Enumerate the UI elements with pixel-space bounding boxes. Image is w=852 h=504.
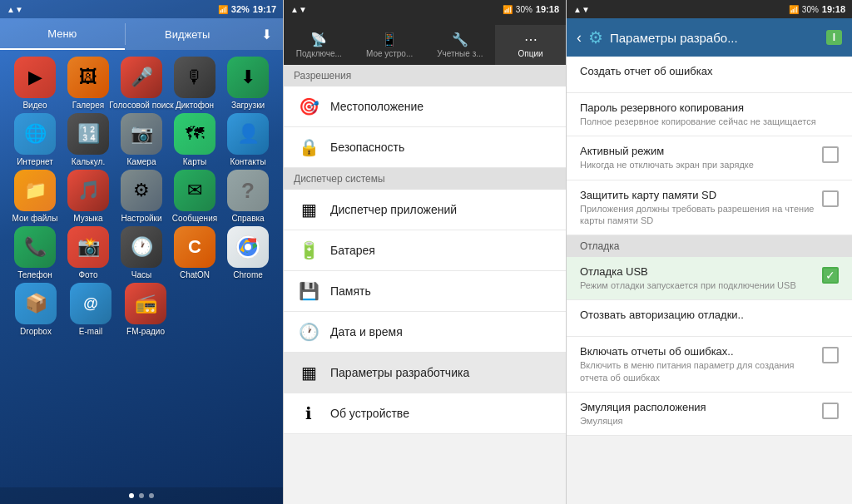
dev-items-list: Создать отчет об ошибках Пароль резервно… [567,57,852,504]
app-internet-icon: 🌐 [14,113,56,155]
mydevice-icon: 📱 [381,32,398,47]
settings-item-datetime[interactable]: 🕐 Дата и время [284,312,566,353]
settings-item-about[interactable]: ℹ Об устройстве [284,393,566,434]
app-fmradio-label: FM-радио [126,327,165,336]
dev-item-mockloc-checkbox[interactable] [822,403,839,419]
dev-item-sdprotect-title: Защитить карту памяти SD [580,189,815,201]
settings-panel: ▲▼ 📶 30% 19:18 📡 Подключе... 📱 Мое устро… [283,0,566,504]
settings-item-battery[interactable]: 🔋 Батарея [284,230,566,271]
wifi-icon: 📶 [218,5,228,14]
app-maps[interactable]: 🗺 Карты [171,113,219,166]
dev-item-activemode[interactable]: Активный режим Никогда не отключать экра… [567,136,852,180]
app-files-icon: 📁 [14,170,56,211]
app-phone[interactable]: 📞 Телефон [11,226,59,279]
app-music-icon: 🎵 [67,170,109,211]
tab-connections[interactable]: 📡 Подключе... [284,25,354,65]
app-camera[interactable]: 📷 Камера [117,113,166,166]
dev-item-sdprotect[interactable]: Защитить карту памяти SD Приложения долж… [567,180,852,236]
app-camera-label: Камера [127,157,156,166]
app-calc[interactable]: 🔢 Калькул. [64,113,112,166]
settings-item-appmanager[interactable]: ▦ Диспетчер приложений [284,190,566,230]
dev-toggle[interactable]: I [826,30,842,45]
app-internet[interactable]: 🌐 Интернет [11,113,59,166]
app-contacts[interactable]: 👤 Контакты [224,113,272,166]
app-calc-icon: 🔢 [67,113,109,155]
dev-item-backuppass[interactable]: Пароль резервного копирования Полное рез… [567,93,852,136]
dev-item-usbdebug-checkbox[interactable]: ✓ [822,267,839,284]
dev-item-mockloc-title: Эмуляция расположения [580,401,815,413]
settings-item-appmanager-label: Диспетчер приложений [330,203,457,216]
battery-text: 32% [231,4,250,14]
dev-options-panel: ▲▼ 📶 30% 19:18 ‹ ⚙ Параметры разрабо... … [566,0,852,504]
dev-signal-icon: ▲▼ [573,5,590,14]
app-email[interactable]: @ E-mail [67,283,115,336]
settings-item-location[interactable]: 🎯 Местоположение [284,86,566,127]
dev-item-usbdebug-desc: Режим отладки запускается при подключени… [580,279,815,291]
app-clock[interactable]: 🕐 Часы [117,226,166,279]
app-dropbox[interactable]: 📦 Dropbox [12,283,60,336]
back-button[interactable]: ‹ [577,29,582,47]
app-downloads[interactable]: ⬇ Загрузки [224,57,272,110]
app-video-icon: ▶ [14,57,56,98]
app-help[interactable]: ? Справка [224,170,272,223]
dev-wifi-icon: 📶 [789,5,799,14]
app-photos[interactable]: 📸 Фото [64,226,112,279]
settings-item-devopt[interactable]: ▦ Параметры разработчика [284,353,566,393]
dev-item-revokedebug[interactable]: Отозвать авторизацию отладки.. [567,300,852,337]
app-music[interactable]: 🎵 Музыка [64,170,112,223]
settings-item-security[interactable]: 🔒 Безопасность [284,127,566,168]
dev-item-activemode-checkbox[interactable] [822,146,839,163]
settings-item-battery-label: Батарея [330,244,375,257]
home-tab-bar: Меню Виджеты ⬇ [0,18,283,50]
dev-item-sdprotect-checkbox[interactable] [822,190,839,207]
settings-battery: 30% [516,5,532,14]
app-chrome-label: Chrome [233,270,263,279]
app-phone-icon: 📞 [14,226,56,268]
dev-item-bugreportmenu[interactable]: Включать отчеты об ошибках.. Включить в … [567,337,852,393]
battery-icon: 🔋 [297,240,320,260]
dot-1 [129,493,134,498]
app-video[interactable]: ▶ Видео [11,57,59,110]
tab-widgets[interactable]: Виджеты [126,18,250,50]
app-email-label: E-mail [79,327,102,336]
app-row-3: 📁 Мои файлы 🎵 Музыка ⚙ Настройки ✉ Сообщ… [8,170,275,223]
app-contacts-label: Контакты [230,157,265,166]
dev-item-usbdebug-title: Отладка USB [580,265,815,278]
app-chaton[interactable]: C ChatON [171,226,219,279]
app-voice[interactable]: 🎤 Голосовой поиск [117,57,166,110]
dev-item-backuppass-content: Пароль резервного копирования Полное рез… [580,101,839,127]
settings-item-devopt-label: Параметры разработчика [330,366,469,379]
settings-status-left: ▲▼ [290,5,307,14]
page-dots [0,487,283,504]
app-chrome[interactable]: Chrome [224,226,272,279]
tab-mydevice-label: Мое устро... [366,49,413,58]
app-fmradio[interactable]: 📻 FM-радио [121,283,170,336]
settings-item-storage[interactable]: 💾 Память [284,271,566,312]
tab-options[interactable]: ⋯ Опции [495,25,566,65]
devopt-icon: ▦ [297,363,320,383]
home-screen: ▲▼ 📶 32% 19:17 Меню Виджеты ⬇ ▶ Видео 🖼 … [0,0,283,504]
settings-item-security-label: Безопасность [330,141,404,154]
tab-mydevice[interactable]: 📱 Мое устро... [354,25,425,65]
tab-accounts[interactable]: 🔧 Учетные з... [425,25,496,65]
download-tab[interactable]: ⬇ [250,18,283,50]
dev-item-bugreport[interactable]: Создать отчет об ошибках [567,57,852,93]
app-voice-icon: 🎤 [121,57,162,98]
app-files[interactable]: 📁 Мои файлы [11,170,59,223]
dev-item-revokedebug-title: Отозвать авторизацию отладки.. [580,309,839,321]
app-gallery[interactable]: 🖼 Галерея [64,57,112,110]
dev-item-usbdebug[interactable]: Отладка USB Режим отладки запускается пр… [567,257,852,300]
app-dictaphone[interactable]: 🎙 Диктофон [171,57,219,110]
dev-item-bugreportmenu-title: Включать отчеты об ошибках.. [580,345,815,358]
app-sms[interactable]: ✉ Сообщения [171,170,219,223]
dot-2 [139,493,144,498]
dev-settings-icon: ⚙ [588,27,603,47]
tab-menu[interactable]: Меню [0,18,125,50]
app-video-label: Видео [22,101,47,110]
dev-item-activemode-desc: Никогда не отключать экран при зарядке [580,159,815,170]
dev-item-mockloc-desc: Эмуляция [580,415,815,427]
dev-item-mockloc[interactable]: Эмуляция расположения Эмуляция [567,393,852,436]
dev-item-bugreportmenu-checkbox[interactable] [822,347,839,363]
app-chaton-icon: C [174,226,215,268]
app-settings[interactable]: ⚙ Настройки [117,170,166,223]
